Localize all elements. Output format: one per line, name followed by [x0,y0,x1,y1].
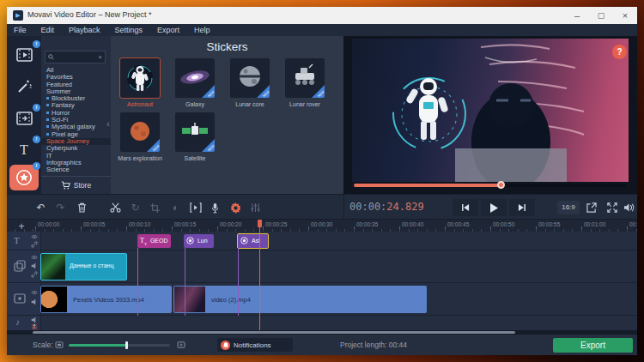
audio-properties-button[interactable] [246,199,264,216]
title-track[interactable]: T TT GEOD Lun Ast [7,232,637,250]
category-science[interactable]: Science [41,166,111,173]
overlay-track[interactable]: Данные о станц [7,250,637,283]
category-infographics[interactable]: Infographics [41,160,111,166]
split-button[interactable] [106,199,125,216]
sidebar-item-titles[interactable]: T ! [9,138,39,161]
next-frame-button[interactable] [509,199,535,216]
timeline-clip-video-2[interactable]: video (2).mp4 [173,286,427,313]
sidebar-item-media[interactable]: ! [9,43,39,66]
color-adjust-button[interactable]: ◐ [167,199,185,216]
store-button[interactable]: Store [41,176,111,193]
category-horror[interactable]: Horror [41,110,111,117]
timeline-clip-title[interactable]: TT GEOD [137,234,171,248]
timeline-scale-slider[interactable] [69,344,170,347]
crop-icon [150,203,160,213]
slider-handle[interactable] [125,341,128,349]
microphone-icon [211,202,219,214]
sticker-label: Satellite [170,155,220,162]
ruler-label: 00:00:50 [493,221,514,227]
category-scifi[interactable]: Sci-Fi [41,117,111,124]
slider-fill [69,344,127,347]
scrollbar-thumb[interactable] [33,331,515,334]
playhead-marker[interactable] [258,220,262,227]
category-blockbuster[interactable]: Blockbuster [41,95,111,102]
sidebar-item-transitions[interactable]: ! [9,106,39,130]
category-favorites[interactable]: Favorites [41,74,111,81]
delete-button[interactable] [73,199,91,216]
sticker-tile-lunar-rover[interactable]: NEW [285,58,325,98]
fullscreen-button[interactable] [603,199,621,216]
ruler-label: 00:00:40 [402,221,423,227]
link-icon[interactable] [31,241,38,248]
audio-track[interactable]: ♪ [7,316,637,330]
clip-properties-button[interactable] [227,199,245,216]
timeline-ruler[interactable]: 00:00:00 00:00:05 00:00:10 00:00:15 00:0… [7,220,637,232]
playhead-line[interactable] [259,227,260,330]
zoom-out-frame-icon[interactable] [55,341,64,348]
category-featured[interactable]: Featured [41,81,111,88]
notification-badge: ! [33,162,40,170]
undo-button[interactable]: ↶ [32,199,50,216]
category-mystical-galaxy[interactable]: Mystical galaxy [41,124,111,130]
notifications-button[interactable]: Notifications [217,338,293,352]
play-button[interactable] [481,199,507,216]
category-summer[interactable]: Summer [41,88,111,95]
category-fantasy[interactable]: Fantasy [41,102,111,109]
menu-settings[interactable]: Settings [115,26,143,34]
sidebar-item-stickers[interactable]: ! [9,165,39,190]
menu-edit[interactable]: Edit [41,26,55,34]
rotate-button[interactable]: ↻ [126,199,144,216]
sticker-search[interactable]: × [45,51,106,63]
speaker-icon[interactable] [31,262,38,269]
menu-help[interactable]: Help [194,26,210,34]
minimize-button[interactable]: – [565,7,589,24]
transition-icon [190,202,202,213]
sticker-tile-astronaut[interactable] [120,58,160,98]
close-button[interactable]: × [613,7,637,24]
sticker-tile-satellite[interactable]: NEW [175,112,215,152]
zoom-in-frame-icon[interactable] [177,341,185,348]
link-icon[interactable] [31,271,38,278]
seek-handle[interactable] [497,181,505,189]
seek-bar[interactable] [354,184,627,187]
record-voiceover-button[interactable] [206,199,224,216]
previous-frame-button[interactable] [453,199,478,216]
timeline-clip-video-1[interactable]: Pexels Videos 3933.mp4 [40,286,172,313]
add-track-button[interactable]: + [15,221,27,232]
eye-icon[interactable] [31,290,38,295]
app-icon: ▶ [13,10,23,21]
category-pixel-age[interactable]: Pixel age [41,131,111,138]
category-cyberpunk[interactable]: Cyberpunk [41,145,111,152]
maximize-button[interactable]: ▢ [589,7,613,24]
speaker-icon[interactable] [31,299,38,305]
timeline-clip-sticker-lun[interactable]: Lun [184,234,214,248]
export-button[interactable]: Export [553,338,633,353]
sidebar-item-filters[interactable] [9,75,39,98]
detach-preview-button[interactable] [582,199,600,216]
eye-icon[interactable] [31,234,38,239]
speaker-icon[interactable] [31,317,38,323]
category-it[interactable]: IT [41,153,111,160]
volume-button[interactable] [620,199,637,216]
clear-search-icon[interactable]: × [98,53,102,61]
featured-dot [46,112,49,114]
search-input[interactable] [54,53,98,61]
timeline-clip-overlay[interactable]: Данные о станц [40,253,127,281]
category-all[interactable]: All [41,67,111,74]
menu-file[interactable]: File [14,26,27,34]
menu-export[interactable]: Export [157,26,179,34]
redo-button[interactable]: ↷ [52,199,70,216]
menu-playback[interactable]: Playback [69,26,100,34]
timeline-clip-sticker-ast[interactable]: Ast [237,233,269,249]
aspect-ratio-button[interactable]: 16:9 [557,201,580,214]
sticker-tile-galaxy[interactable]: NEW [175,58,215,98]
eye-icon[interactable] [31,255,38,260]
transition-wizard-button[interactable] [186,199,204,216]
video-track[interactable]: Pexels Videos 3933.mp4 video (2).mp4 [7,283,637,316]
crop-button[interactable] [146,199,164,216]
help-button[interactable]: ? [612,45,627,59]
sticker-tile-lunar-core[interactable]: NEW [230,58,270,98]
category-space-journey[interactable]: Space Journey [41,138,111,145]
mic-muted-icon[interactable] [31,323,38,330]
sticker-tile-mars-exploration[interactable]: NEW [120,112,160,152]
